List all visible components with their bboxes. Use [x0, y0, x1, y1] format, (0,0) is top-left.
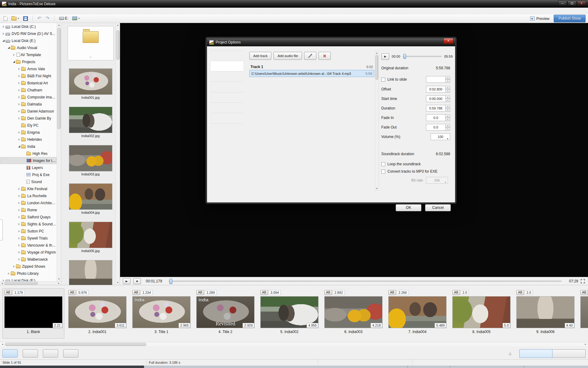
redo-button[interactable]: ↷ [45, 15, 50, 21]
slide-cell[interactable]: AB 1.289 2.929 IndiaRevisited 4. Title 2 [194, 288, 256, 339]
tree-item[interactable]: AV Template [0, 51, 57, 58]
bottom-toolbar-button[interactable] [2, 349, 18, 358]
file-list-item[interactable]: India005.jpg [69, 222, 112, 253]
spinner-buttons[interactable]: ▲▼ [446, 86, 450, 93]
expand-arrow-icon[interactable] [17, 68, 21, 70]
expand-arrow-icon[interactable] [17, 110, 21, 113]
spin-up-icon[interactable]: ▲ [446, 124, 450, 127]
tree-item[interactable]: B&B Fist Night [0, 72, 57, 79]
track-list-scrollbar[interactable]: ▲ ▼ [375, 51, 379, 191]
maximize-button[interactable] [567, 1, 577, 6]
image-tool-button[interactable]: ▼ [72, 16, 81, 21]
expand-arrow-icon[interactable] [17, 89, 21, 91]
minimize-button[interactable]: — [558, 1, 567, 6]
slide-thumbnail[interactable]: 4.955 [260, 296, 318, 328]
expand-arrow-icon[interactable] [17, 145, 21, 148]
slide-cell[interactable]: AB 2.0 5.0 8. India005 [450, 288, 512, 339]
expand-arrow-icon[interactable] [1, 33, 6, 35]
slide-cell[interactable]: AB 1.179 2.21 1. Blank [2, 288, 64, 339]
panel-collapse-handle[interactable] [0, 220, 3, 240]
add-track-button[interactable]: Add track [249, 52, 271, 60]
expand-arrow-icon[interactable] [1, 25, 6, 28]
spinner-buttons[interactable]: ▲▼ [446, 76, 450, 83]
file-list-item[interactable]: India002.jpg [69, 107, 112, 138]
scroll-down-arrow[interactable]: ▼ [116, 281, 120, 285]
tree-item[interactable]: Photo Library [0, 270, 57, 277]
slide-thumbnail[interactable] [580, 296, 588, 328]
ab-transition-badge[interactable]: AB [196, 290, 204, 295]
fade-in-spinbox[interactable]: 0.0 ▲▼ [426, 114, 450, 121]
tree-item[interactable]: Salford Quays [0, 213, 57, 220]
scroll-down-arrow[interactable]: ▼ [57, 277, 61, 281]
slide-thumbnail[interactable]: 5.489 [388, 296, 447, 328]
tree-item[interactable]: Local Disk (F:) [0, 277, 57, 281]
view-mode-tab[interactable] [519, 349, 552, 358]
tree-item[interactable]: Rome [0, 206, 57, 213]
fade-out-value[interactable]: 0.0 [426, 124, 446, 131]
expand-arrow-icon[interactable] [17, 251, 21, 254]
expand-arrow-icon[interactable] [17, 188, 21, 190]
title-bar[interactable]: India - PicturesToExe Deluxe — × [0, 0, 588, 8]
drive-selector[interactable]: E: [58, 16, 69, 21]
tree-item[interactable]: Botanical Art [0, 79, 57, 86]
start-time-value[interactable]: 0:00.000 [426, 95, 446, 102]
seek-slider-handle[interactable] [169, 279, 172, 284]
slide-cell[interactable]: AB 2.0 4.43 9. India006 [514, 288, 576, 339]
offset-value[interactable]: 0:02.800 [426, 86, 446, 93]
expand-arrow-icon[interactable] [6, 47, 11, 49]
scrollbar-thumb[interactable] [4, 282, 38, 285]
slide-strip-scrollbar[interactable]: ◄ ► [0, 342, 588, 346]
ab-transition-badge[interactable]: AB [516, 290, 524, 295]
tree-item[interactable]: Local Disk (E:) [0, 37, 57, 44]
fade-in-value[interactable]: 0.0 [426, 114, 446, 121]
scroll-down-arrow[interactable]: ▼ [375, 186, 379, 190]
spinner-buttons[interactable]: ▲▼ [446, 124, 450, 131]
scroll-up-arrow[interactable]: ▲ [375, 51, 379, 55]
tree-item[interactable]: Kite Festival [0, 185, 57, 192]
expand-arrow-icon[interactable] [17, 131, 21, 134]
tree-item[interactable]: Layers [0, 164, 57, 171]
tree-item[interactable]: Hebrides [0, 136, 57, 143]
link-to-slide-value[interactable] [426, 76, 446, 83]
cancel-button[interactable]: Cancel [425, 204, 451, 211]
spin-down-icon[interactable]: ▼ [446, 127, 450, 131]
volume-select[interactable]: 100 ▼ [431, 133, 450, 140]
file-thumbnail[interactable] [69, 145, 112, 171]
start-time-spinbox[interactable]: 0:00.000 ▲▼ [426, 95, 450, 102]
scrollbar-thumb[interactable] [5, 343, 146, 346]
new-project-button[interactable] [3, 16, 8, 21]
spin-down-icon[interactable]: ▼ [446, 108, 450, 112]
spin-up-icon[interactable]: ▲ [446, 86, 450, 89]
tree-item[interactable]: La Rochelle [0, 192, 57, 199]
tree-item[interactable]: Local Disk (C:) [0, 23, 57, 30]
spin-up-icon[interactable]: ▲ [446, 76, 450, 79]
expand-arrow-icon[interactable] [17, 195, 21, 197]
scrollbar-thumb[interactable] [57, 28, 61, 129]
audio-seek-slider[interactable] [403, 56, 442, 57]
tree-item[interactable]: High Res [0, 150, 57, 157]
slide-thumbnail[interactable]: 2.21 [4, 296, 62, 328]
tree-item[interactable]: India [0, 143, 57, 150]
spinner-buttons[interactable]: ▲▼ [446, 95, 450, 102]
dialog-tab[interactable] [211, 51, 243, 61]
tree-item[interactable]: Voyage of Pilgrim [0, 249, 57, 256]
open-project-button[interactable]: ▼ [11, 16, 20, 21]
duration-spinbox[interactable]: 5:59.788 ▲▼ [426, 105, 450, 112]
undo-button[interactable]: ↶ [37, 15, 42, 21]
expand-arrow-icon[interactable] [17, 244, 21, 247]
save-project-button[interactable] [23, 16, 28, 21]
expand-arrow-icon[interactable] [17, 230, 21, 232]
files-vertical-scrollbar[interactable]: ▲ ▼ [115, 23, 120, 285]
tree-item[interactable]: Projects [0, 58, 57, 65]
ok-button[interactable]: OK [396, 204, 421, 211]
bottom-toolbar-button[interactable] [43, 349, 58, 358]
ab-transition-badge[interactable]: AB [580, 290, 588, 295]
expand-arrow-icon[interactable] [17, 117, 21, 120]
fade-out-spinbox[interactable]: 0.0 ▲▼ [426, 124, 450, 131]
expand-arrow-icon[interactable] [12, 265, 16, 268]
bottom-toolbar-button[interactable] [23, 349, 38, 358]
slide-cell[interactable]: AB 0.976 3.611 2. India001 [66, 288, 128, 339]
expand-arrow-icon[interactable] [12, 61, 16, 63]
spinner-buttons[interactable]: ▲▼ [446, 105, 450, 112]
spin-up-icon[interactable]: ▲ [446, 95, 450, 99]
